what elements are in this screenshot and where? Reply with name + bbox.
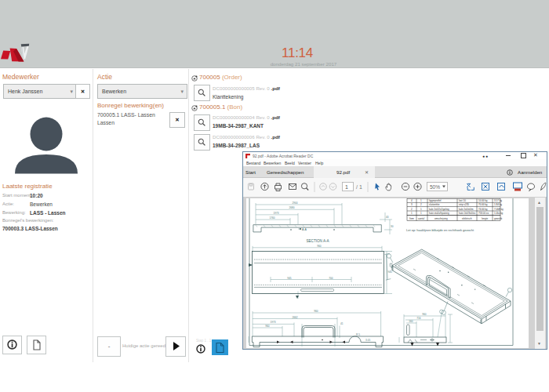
svg-text:2900: 2900 bbox=[292, 201, 297, 205]
svg-text:3.57 kg: 3.57 kg bbox=[494, 199, 502, 202]
svg-text:4: 4 bbox=[411, 199, 413, 202]
svg-text:liggerprofiel: liggerprofiel bbox=[429, 199, 442, 202]
svg-text:3.05: 3.05 bbox=[365, 339, 370, 342]
svg-text:SECTION A-A: SECTION A-A bbox=[306, 239, 329, 243]
svg-text:1.84 kg: 1.84 kg bbox=[494, 203, 502, 206]
svg-text:960: 960 bbox=[265, 325, 270, 328]
svg-text:/ 1: / 1 bbox=[356, 184, 362, 190]
svg-text:gewicht: gewicht bbox=[494, 217, 502, 220]
svg-text:lengte: lengte bbox=[482, 217, 489, 220]
svg-text:30: 30 bbox=[391, 225, 394, 228]
svg-text:omschrijving: omschrijving bbox=[434, 217, 448, 220]
svg-text:2680: 2680 bbox=[289, 206, 294, 209]
svg-text:3: 3 bbox=[411, 203, 413, 206]
svg-text:945: 945 bbox=[388, 270, 393, 274]
svg-text:960: 960 bbox=[422, 313, 427, 316]
svg-text:1: 1 bbox=[420, 208, 422, 211]
svg-text:kale 2x0/x0/m: kale 2x0/x0/m bbox=[459, 208, 474, 211]
svg-text:aantal: aantal bbox=[418, 217, 425, 220]
svg-text:strip s235: strip s235 bbox=[459, 203, 469, 206]
svg-text:1973: 1973 bbox=[270, 321, 275, 324]
svg-text:1973: 1973 bbox=[273, 212, 278, 215]
svg-text:1: 1 bbox=[420, 212, 422, 215]
svg-text:1: 1 bbox=[420, 199, 422, 202]
svg-text:Item: Item bbox=[409, 217, 414, 220]
svg-text:41: 41 bbox=[340, 322, 344, 325]
svg-text:960: 960 bbox=[314, 310, 318, 313]
svg-text:960: 960 bbox=[317, 245, 322, 248]
svg-text:1.0kx kg: 1.0kx kg bbox=[494, 212, 504, 215]
svg-text:2: 2 bbox=[420, 203, 422, 206]
svg-text:40: 40 bbox=[386, 216, 389, 219]
svg-text:753.00 ex: 753.00 ex bbox=[478, 212, 489, 215]
svg-text:160: 160 bbox=[409, 320, 413, 323]
svg-text:74.00 kg: 74.00 kg bbox=[478, 208, 488, 211]
svg-text:70.00 kg: 70.00 kg bbox=[478, 203, 488, 206]
svg-text:10.00 kg: 10.00 kg bbox=[478, 199, 488, 202]
svg-text:1: 1 bbox=[345, 184, 348, 190]
svg-text:700: 700 bbox=[329, 277, 333, 280]
svg-text:kale 2x0/2x1/gelnig: kale 2x0/2x1/gelnig bbox=[429, 208, 449, 211]
svg-text:2662: 2662 bbox=[292, 316, 297, 319]
svg-text:hate eta5x/hpaterig: hate eta5x/hpaterig bbox=[429, 212, 449, 215]
svg-text:elektrisch: elektrisch bbox=[462, 217, 472, 220]
svg-text:2: 2 bbox=[411, 208, 413, 211]
svg-text:sluitzetttie: sluitzetttie bbox=[429, 203, 440, 206]
svg-text:Let op: haaklijnen blikzijde e: Let op: haaklijnen blikzijde en rechthoe… bbox=[406, 228, 474, 232]
svg-text:7.0kE kg: 7.0kE kg bbox=[494, 208, 504, 211]
svg-text:last 10: last 10 bbox=[459, 199, 466, 202]
svg-text:1760: 1760 bbox=[269, 216, 274, 220]
svg-text:50%: 50% bbox=[430, 184, 440, 190]
svg-text:R 5: R 5 bbox=[356, 333, 360, 336]
svg-text:716: 716 bbox=[416, 317, 421, 320]
svg-text:1: 1 bbox=[411, 212, 413, 215]
svg-text:A-A: A-A bbox=[302, 228, 307, 231]
svg-text:945: 945 bbox=[287, 277, 292, 280]
svg-text:hate 2x0/3x0/ex: hate 2x0/3x0/ex bbox=[459, 212, 476, 215]
